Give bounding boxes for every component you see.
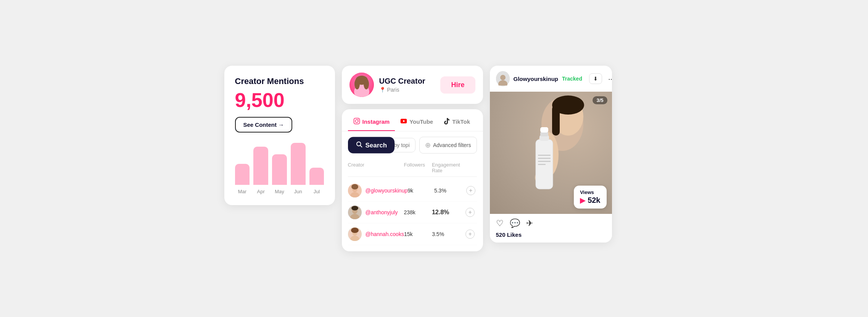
bar-column: Mar [235,164,250,194]
svg-point-7 [355,120,358,123]
svg-rect-40 [538,161,551,162]
post-actions: ♡ 💬 ✈ [496,218,606,228]
bar-column: Apr [253,147,268,194]
post-avatar [496,71,510,86]
post-counter: 3/5 [593,96,607,104]
table-row: @glowyourskinup9k5.3%+ [348,180,477,202]
bar [291,143,306,185]
instagram-icon [353,118,360,126]
svg-point-26 [500,75,506,80]
svg-rect-38 [538,155,551,156]
ugc-name: UGC Creator [379,77,435,86]
search-icon [356,141,362,150]
post-image: 3/5 Views ▶ 52k [490,92,612,214]
tab-tiktok[interactable]: TikTok [438,115,475,131]
engagement-value: 3.5% [432,231,465,237]
creator-mini-avatar [348,184,362,197]
bar-column: Jul [309,168,324,194]
ugc-creator-card: UGC Creator 📍 Paris Hire [342,66,483,104]
ugc-avatar [349,73,374,97]
adv-filter-label: Advanced filters [433,142,471,148]
add-creator-button[interactable]: + [465,208,475,217]
post-username: Glowyourskinup [514,76,559,82]
bar [272,154,287,185]
main-container: Creator Mentions 9,500 See Content → Mar… [224,66,644,251]
creator-mini-avatar [348,205,362,219]
see-content-button[interactable]: See Content → [235,117,293,133]
col-creator: Creator [348,162,404,173]
bar-label: Jul [314,189,320,194]
download-button[interactable]: ⬇ [589,73,602,84]
followers-value: 238k [404,209,432,215]
followers-value: 15k [404,231,432,237]
comment-icon[interactable]: 💬 [510,218,520,228]
table-header: Creator Followers Engagement Rate [348,159,477,177]
creator-cell: @glowyourskinup [348,184,408,197]
tracked-badge: Tracked [562,76,582,82]
svg-point-20 [351,206,358,210]
bar [253,147,268,185]
creator-table: Creator Followers Engagement Rate @glowy… [342,159,483,251]
creator-cell: @anthonyjuly [348,205,404,219]
middle-panel: UGC Creator 📍 Paris Hire [342,66,483,251]
svg-rect-41 [538,164,546,165]
col-followers: Followers [404,162,432,173]
engagement-value: 5.3% [434,188,466,194]
engagement-value: 12.8% [432,209,465,216]
more-options-button[interactable]: ··· [608,74,612,83]
ugc-location: 📍 Paris [379,87,435,93]
col-engagement: Engagement Rate [432,162,465,173]
hire-button[interactable]: Hire [440,76,475,94]
search-button[interactable]: Search [348,137,395,154]
mentions-title: Creator Mentions [235,76,324,86]
mentions-count: 9,500 [235,90,324,110]
bar-label: Apr [257,189,265,194]
location-pin-icon: 📍 [379,87,386,93]
svg-point-16 [351,184,358,189]
svg-rect-31 [552,105,560,136]
tiktok-icon [444,118,450,126]
table-row: @hannah.cooks15k3.5%+ [348,223,477,245]
post-header: Glowyourskinup Tracked ⬇ ··· [490,66,612,92]
creator-handle[interactable]: @hannah.cooks [366,231,404,237]
platform-tabs: Instagram YouTube [342,109,483,131]
svg-point-24 [351,228,359,233]
creator-cell: @hannah.cooks [348,227,404,241]
youtube-icon [400,118,407,125]
search-panel: Instagram YouTube [342,109,483,251]
post-likes: 520 Likes [496,231,606,238]
svg-point-4 [354,79,360,89]
bar-column: Jun [291,143,306,194]
advanced-filters-button[interactable]: ⊕ Advanced filters [419,137,477,154]
tab-youtube-label: YouTube [409,118,433,125]
share-icon[interactable]: ✈ [526,218,533,228]
add-creator-button[interactable]: + [465,230,475,239]
creator-handle[interactable]: @anthonyjuly [366,209,398,215]
svg-point-8 [358,119,359,120]
bar-label: Jun [294,189,302,194]
bar [309,168,324,185]
svg-point-5 [364,79,369,89]
bar-chart: MarAprMayJunJul [235,145,324,194]
ugc-info: UGC Creator 📍 Paris [379,77,435,93]
search-label: Search [366,141,387,149]
bar-label: May [275,189,284,194]
creator-mentions-card: Creator Mentions 9,500 See Content → Mar… [224,66,335,205]
tab-youtube[interactable]: YouTube [395,115,438,131]
tab-instagram[interactable]: Instagram [348,115,395,131]
bar [235,164,250,185]
like-icon[interactable]: ♡ [496,218,504,228]
creator-handle[interactable]: @glowyourskinup [366,188,408,194]
post-footer: ♡ 💬 ✈ 520 Likes [490,214,612,243]
tab-instagram-label: Instagram [362,118,390,125]
bar-label: Mar [238,189,246,194]
table-row: @anthonyjuly238k12.8%+ [348,202,477,223]
bar-column: May [272,154,287,194]
svg-rect-6 [354,118,359,124]
add-creator-button[interactable]: + [466,186,475,195]
post-image-svg [509,94,593,212]
search-bar-row: Search ⊕ Advanced filters [342,131,483,159]
svg-rect-39 [538,158,551,159]
plus-filter-icon: ⊕ [425,141,431,149]
svg-rect-37 [540,127,548,133]
